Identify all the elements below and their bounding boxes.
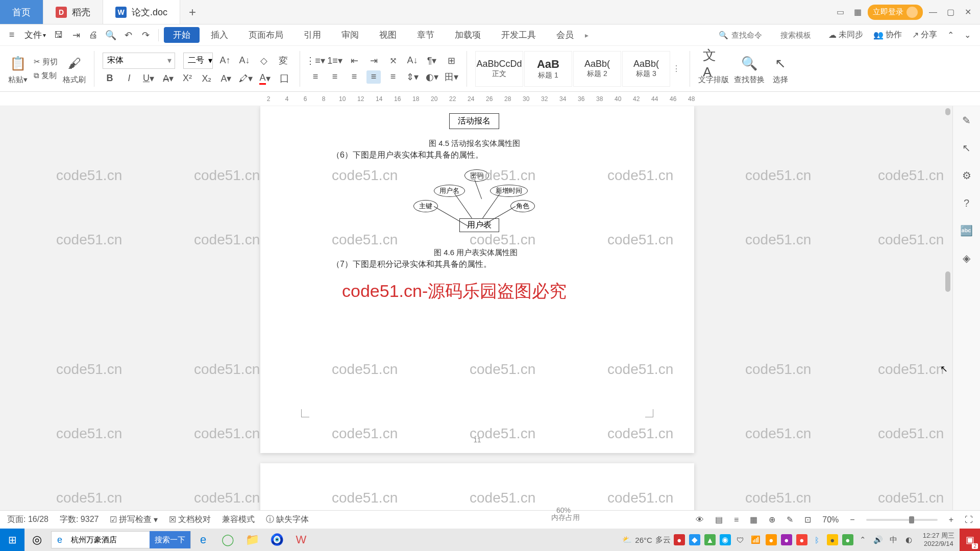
zoom-out-button[interactable]: − [850, 515, 854, 524]
font-size-input[interactable] [184, 56, 208, 65]
menu-tab-reference[interactable]: 引用 [295, 27, 330, 43]
qat-export-icon[interactable]: ⇥ [68, 28, 84, 43]
taskbar-search[interactable]: e 搜索一下 [51, 531, 191, 548]
translate-icon[interactable]: 🔤 [960, 223, 974, 238]
qat-redo-icon[interactable]: ↷ [138, 28, 153, 43]
qat-undo-icon[interactable]: ↶ [120, 28, 136, 43]
superscript-button[interactable]: X² [180, 72, 194, 85]
font-name-combo[interactable]: ▾ [103, 53, 175, 69]
shrink-font-icon[interactable]: A↓ [237, 54, 252, 67]
bold-button[interactable]: B [103, 72, 117, 85]
tray-app10-icon[interactable]: ◐ [903, 534, 915, 545]
view-draft-icon[interactable]: ✎ [787, 515, 793, 524]
help-icon[interactable]: ? [960, 196, 974, 210]
menu-tab-view[interactable]: 视图 [370, 27, 406, 43]
align-left-icon[interactable]: ≡ [308, 70, 323, 84]
taskbar-search-input[interactable] [68, 536, 150, 544]
zoom-in-button[interactable]: + [949, 515, 953, 524]
text-effect-button[interactable]: A▾ [219, 72, 233, 85]
taskbar-search-go[interactable]: 搜索一下 [150, 531, 190, 548]
menu-tab-pagelayout[interactable]: 页面布局 [239, 27, 292, 43]
style-heading2[interactable]: AaBb(标题 2 [573, 51, 621, 87]
file-menu[interactable]: 文件▾ [21, 29, 49, 41]
tabs-icon[interactable]: ⊞ [444, 54, 458, 67]
borders-icon[interactable]: 田▾ [444, 70, 458, 84]
spellcheck-button[interactable]: ☑拼写检查▾ [110, 514, 158, 525]
zoom-thumb[interactable] [909, 516, 914, 523]
search-command-input[interactable] [731, 31, 777, 39]
select-tool-icon[interactable]: ↖ [960, 141, 974, 155]
styles-more-icon[interactable]: ⋮ [671, 51, 681, 87]
strikethrough-button[interactable]: A̶▾ [161, 72, 175, 85]
tray-app2-icon[interactable]: ◆ [689, 534, 700, 545]
view-outline-icon[interactable]: ≡ [734, 515, 739, 524]
app-browser-icon[interactable]: ◯ [215, 529, 240, 551]
underline-button[interactable]: U▾ [141, 72, 156, 85]
app-wps-icon[interactable]: W [289, 529, 313, 551]
tab-home[interactable]: 首页 [0, 0, 43, 24]
font-color-button[interactable]: A▾ [258, 72, 272, 85]
char-border-button[interactable]: 囗 [277, 72, 291, 85]
ribbon-collapse-icon[interactable]: ⌃ [947, 30, 954, 40]
tray-app9-icon[interactable]: ● [842, 534, 853, 545]
search-template-input[interactable] [780, 31, 826, 39]
horizontal-ruler[interactable]: 2468101214161820222426283032343638404244… [0, 92, 980, 106]
clear-format-icon[interactable]: ◇ [257, 54, 271, 67]
view-page-icon[interactable]: ▤ [715, 515, 723, 524]
font-name-input[interactable] [103, 56, 164, 65]
view-read-icon[interactable]: ⊕ [769, 515, 775, 524]
italic-button[interactable]: I [122, 72, 136, 85]
shading-icon[interactable]: ◐▾ [425, 70, 439, 84]
eye-icon[interactable]: 👁 [696, 515, 704, 524]
menu-tab-review[interactable]: 审阅 [332, 27, 368, 43]
select-group[interactable]: ↖ 选择 [770, 53, 791, 85]
weather-widget[interactable]: ⛅ 26°C 多云 [622, 535, 671, 545]
qat-print-icon[interactable]: 🖨 [86, 28, 101, 43]
maximize-button[interactable]: ▢ [943, 5, 958, 19]
vertical-scrollbar[interactable] [944, 108, 951, 529]
chevron-down-icon[interactable]: ▾ [208, 56, 212, 65]
tray-app4-icon[interactable]: ◉ [720, 534, 731, 545]
apps-grid-icon[interactable]: ▦ [850, 5, 865, 19]
grow-font-icon[interactable]: A↑ [218, 54, 232, 67]
tray-app8-icon[interactable]: ● [827, 534, 838, 545]
start-button[interactable]: ⊞ [0, 529, 24, 551]
document-page[interactable]: 活动报名 图 4.5 活动报名实体属性图 （6）下图是用户表实体和其具备的属性。… [260, 106, 694, 453]
menu-tab-insert[interactable]: 插入 [202, 27, 237, 43]
zoom-slider[interactable] [866, 519, 938, 521]
scroll-thumb[interactable] [945, 271, 950, 292]
style-heading1[interactable]: AaB标题 1 [524, 51, 572, 87]
notification-center[interactable]: ▣2 [960, 529, 980, 551]
tab-new[interactable]: + [180, 0, 205, 24]
app-generic-icon[interactable]: 🧿 [264, 529, 289, 551]
tab-document[interactable]: W 论文.doc [103, 0, 180, 24]
menu-hamburger-icon[interactable]: ≡ [4, 28, 19, 43]
tab-docer[interactable]: D 稻壳 [43, 0, 103, 24]
qat-preview-icon[interactable]: 🔍 [103, 28, 118, 43]
align-right-icon[interactable]: ≡ [347, 70, 361, 84]
bullet-list-icon[interactable]: ⋮≡▾ [308, 54, 323, 67]
tray-volume-icon[interactable]: 🔊 [873, 534, 884, 545]
zoom-fit-icon[interactable]: ⊡ [804, 515, 811, 524]
number-list-icon[interactable]: 1≡▾ [328, 54, 342, 67]
tray-app3-icon[interactable]: ▲ [704, 534, 716, 545]
collab-button[interactable]: 👥协作 [873, 30, 902, 40]
chevron-down-icon[interactable]: ▾ [164, 56, 175, 65]
diamond-icon[interactable]: ◈ [960, 251, 974, 265]
proofread-button[interactable]: ☒文档校对 [169, 514, 211, 525]
paste-icon[interactable]: 📋 [7, 53, 29, 74]
style-normal[interactable]: AaBbCcDd正文 [475, 51, 523, 87]
share-button[interactable]: ↗分享 [912, 30, 937, 40]
taskview-icon[interactable]: ◎ [24, 529, 49, 551]
copy-button[interactable]: ⧉复制 [34, 71, 58, 81]
decrease-indent-icon[interactable]: ⇤ [347, 54, 361, 67]
font-size-combo[interactable]: ▾ [183, 53, 213, 69]
line-spacing-icon[interactable]: ⇕▾ [405, 70, 420, 84]
tray-app7-icon[interactable]: ● [796, 534, 807, 545]
align-justify-icon[interactable]: ≡ [366, 70, 381, 84]
subscript-button[interactable]: X₂ [200, 72, 214, 85]
tray-app1-icon[interactable]: ● [674, 534, 685, 545]
app-explorer-icon[interactable]: 📁 [240, 529, 264, 551]
increase-indent-icon[interactable]: ⇥ [366, 54, 381, 67]
settings-slider-icon[interactable]: ⚙ [960, 168, 974, 183]
